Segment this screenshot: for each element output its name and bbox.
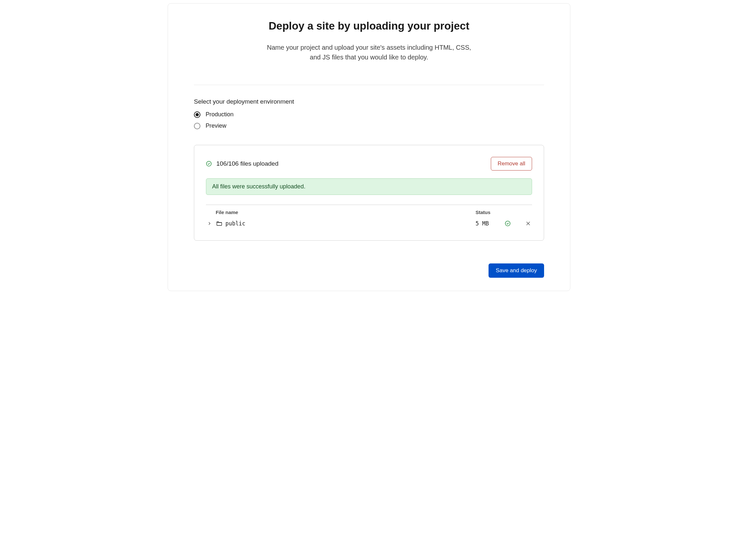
upload-panel: 106/106 files uploaded Remove all All fi… (194, 145, 544, 241)
file-table-header: File name Status (206, 210, 532, 218)
upload-header: 106/106 files uploaded Remove all (206, 157, 532, 171)
footer-actions: Save and deploy (194, 263, 544, 278)
svg-point-0 (207, 162, 212, 166)
save-deploy-button[interactable]: Save and deploy (488, 263, 544, 278)
deploy-page-card: Deploy a site by uploading your project … (167, 3, 571, 291)
section-divider (194, 85, 544, 85)
radio-option-preview[interactable]: Preview (194, 122, 544, 129)
remove-all-button[interactable]: Remove all (491, 157, 532, 171)
check-circle-icon (505, 221, 510, 226)
page-subtitle: Name your project and upload your site's… (264, 43, 474, 62)
file-name: public (226, 220, 475, 227)
table-divider (206, 205, 532, 205)
column-header-filename: File name (216, 210, 475, 215)
folder-icon (216, 221, 222, 226)
page-title: Deploy a site by uploading your project (194, 20, 544, 32)
environment-label: Select your deployment environment (194, 98, 544, 105)
check-circle-icon (206, 161, 212, 167)
success-banner: All files were successfully uploaded. (206, 178, 532, 195)
upload-status-text: 106/106 files uploaded (216, 160, 278, 167)
header-section: Deploy a site by uploading your project … (194, 20, 544, 62)
radio-label: Preview (206, 122, 227, 129)
file-size: 5 MB (475, 220, 501, 227)
radio-option-production[interactable]: Production (194, 111, 544, 118)
table-row: public 5 MB (206, 218, 532, 229)
environment-section: Select your deployment environment Produ… (194, 98, 544, 129)
radio-dot-icon (196, 113, 199, 116)
close-icon[interactable] (525, 221, 531, 226)
radio-icon (194, 123, 201, 129)
radio-label: Production (206, 111, 234, 118)
svg-point-1 (505, 221, 510, 226)
chevron-right-icon[interactable] (207, 221, 212, 226)
environment-radio-group: Production Preview (194, 111, 544, 129)
upload-status: 106/106 files uploaded (206, 160, 278, 167)
column-header-status: Status (475, 210, 531, 215)
radio-icon (194, 111, 201, 118)
